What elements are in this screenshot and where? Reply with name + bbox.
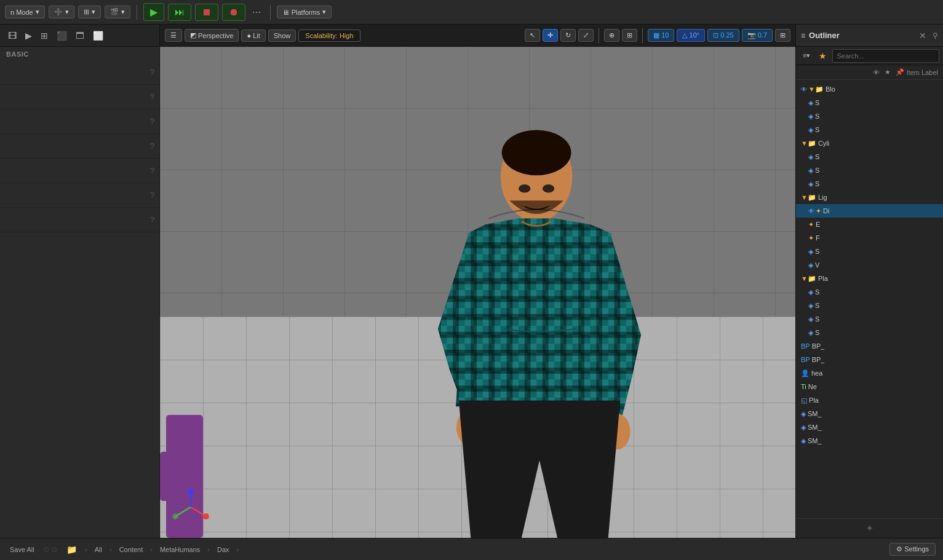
light-icon-di: ✦ <box>816 207 821 215</box>
breadcrumb-metahumans[interactable]: MetaHumans <box>157 545 202 554</box>
tree-item-s6[interactable]: ◈ S <box>796 177 943 191</box>
angle-toggle-btn[interactable]: △ 10° <box>677 29 705 42</box>
tree-item-s3[interactable]: ◈ S <box>796 123 943 136</box>
light-icon-f: ✦ <box>808 234 814 242</box>
grid-toggle-btn[interactable]: ▦ 10 <box>648 29 674 42</box>
panel-row-4[interactable]: ? <box>0 134 159 159</box>
character-container <box>386 120 693 538</box>
item-label-s1: S <box>815 99 819 106</box>
item-label-sp2: S <box>815 302 819 309</box>
tree-item-sp4[interactable]: ◈ S <box>796 326 943 339</box>
outliner-filter-btn[interactable]: ≡▾ <box>800 50 813 61</box>
viewport-toolbar: ☰ ◩ Perspective ● Lit Show Scalability: … <box>160 25 795 47</box>
lit-btn[interactable]: ● Lit <box>241 30 265 42</box>
breadcrumb-all[interactable]: All <box>92 545 105 554</box>
panel-row-7[interactable]: ? <box>0 208 159 232</box>
breadcrumb-content[interactable]: Content <box>117 545 146 554</box>
tree-item-e[interactable]: ✦ E <box>796 218 943 231</box>
tree-folder-pla[interactable]: ▼📁 Pla <box>796 272 943 285</box>
add-btn[interactable]: ➕▾ <box>49 6 74 18</box>
tree-item-sp1[interactable]: ◈ S <box>796 285 943 299</box>
record-button[interactable]: ⏺ <box>222 4 245 21</box>
tree-item-di[interactable]: 👁 ✦ Di <box>796 204 943 218</box>
outliner-star-filter-btn[interactable]: ★ <box>816 49 830 63</box>
tree-item-s4[interactable]: ◈ S <box>796 150 943 164</box>
panel-row-2[interactable]: ? <box>0 85 159 109</box>
tree-item-v[interactable]: ◈ V <box>796 258 943 272</box>
tree-item-bp1[interactable]: BP BP_ <box>796 339 943 353</box>
mesh-icon-s1: ◈ <box>808 99 813 107</box>
viewport-canvas[interactable]: X Y Z <box>160 47 795 538</box>
item-label-sm3: SM_ <box>808 437 822 444</box>
mode-dropdown[interactable]: n Mode ▾ <box>5 6 45 18</box>
item-label-s6: S <box>815 180 819 187</box>
layout-view-btn[interactable]: ⊞ <box>775 29 790 42</box>
tree-item-sm3[interactable]: ◈ SM_ <box>796 434 943 448</box>
left-panel: 🎞 ▶ ⊞ ⬛ 🗖 ⬜ BASIC ? ? ? ? ? ? ? <box>0 25 160 538</box>
item-label-s3: S <box>815 126 819 133</box>
tree-folder-lig[interactable]: ▼📁 Lig <box>796 191 943 204</box>
tree-item-sv[interactable]: ◈ S <box>796 245 943 258</box>
skip-button[interactable]: ⏭ <box>168 4 191 21</box>
sequence-btn[interactable]: 🎬▾ <box>105 6 130 18</box>
tree-folder-cyli[interactable]: ▼📁 Cyli <box>796 136 943 150</box>
breadcrumb-sep-3: › <box>207 546 210 553</box>
panel-row-5[interactable]: ? <box>0 159 159 183</box>
play-icon-btn[interactable]: ▶ <box>22 29 35 42</box>
tree-item-ne[interactable]: Ti Ne <box>796 380 943 393</box>
film-icon-btn[interactable]: 🎞 <box>5 29 20 42</box>
tree-item-bp2[interactable]: BP BP_ <box>796 353 943 366</box>
plane-icon: ◱ <box>801 396 807 404</box>
tree-item-sp3[interactable]: ◈ S <box>796 312 943 326</box>
tree-folder-blo[interactable]: 👁 ▼📁 Blo <box>796 82 943 96</box>
tree-item-hea[interactable]: 👤 hea <box>796 366 943 380</box>
viewport-menu-btn[interactable]: ☰ <box>165 29 182 42</box>
outliner-panel: ≡ Outliner ✕ ⚲ ≡▾ ★ 👁 ★ 📌 Item Label 👁 ▼… <box>795 25 943 538</box>
outliner-search-input[interactable] <box>832 49 939 63</box>
bp-icon-1: BP <box>801 342 810 350</box>
world-icon-btn[interactable]: ⊕ <box>604 29 619 42</box>
settings-btn[interactable]: ⚙ Settings <box>889 543 936 556</box>
tree-item-sp2[interactable]: ◈ S <box>796 299 943 312</box>
perspective-btn[interactable]: ◩ Perspective <box>185 29 239 42</box>
outliner-tree: 👁 ▼📁 Blo ◈ S ◈ S ◈ S ▼📁 Cyli <box>796 80 943 518</box>
tree-item-s5[interactable]: ◈ S <box>796 164 943 177</box>
tree-item-f[interactable]: ✦ F <box>796 231 943 245</box>
outliner-close-btn[interactable]: ✕ <box>919 31 926 41</box>
folder-icon-btn[interactable]: 📁 <box>63 543 80 556</box>
box-icon-btn[interactable]: ⬜ <box>90 29 106 42</box>
show-btn[interactable]: Show <box>268 30 296 42</box>
sm-icon-3: ◈ <box>801 437 806 445</box>
move-tool-btn[interactable]: ✛ <box>543 29 558 42</box>
scale-tool-btn[interactable]: ⤢ <box>578 29 594 42</box>
platforms-dropdown[interactable]: 🖥 Platforms ▾ <box>277 6 332 18</box>
snap-toggle-btn[interactable]: ⊡ 0.25 <box>707 29 739 42</box>
select-tool-btn[interactable]: ↖ <box>525 29 540 42</box>
note-icon: Ti <box>801 383 806 390</box>
tree-item-plane[interactable]: ◱ Pla <box>796 393 943 407</box>
item-label-ne: Ne <box>808 383 817 390</box>
window-icon-btn[interactable]: 🗖 <box>73 29 87 42</box>
breadcrumb-dax[interactable]: Dax <box>215 545 232 554</box>
save-all-btn[interactable]: Save All <box>7 545 37 554</box>
svg-point-13 <box>542 184 554 193</box>
tree-item-s1[interactable]: ◈ S <box>796 96 943 109</box>
grid-icon-btn[interactable]: ⊞ <box>38 29 51 42</box>
tree-item-s2[interactable]: ◈ S <box>796 109 943 123</box>
camera-speed-btn[interactable]: 📷 0.7 <box>742 29 773 42</box>
mesh-icon-sp4: ◈ <box>808 329 813 337</box>
rotate-tool-btn[interactable]: ↻ <box>560 29 576 42</box>
light-icon-e: ✦ <box>808 221 814 229</box>
panel-row-6[interactable]: ? <box>0 183 159 208</box>
play-button[interactable]: ▶ <box>143 3 164 21</box>
panel-row-1[interactable]: ? <box>0 60 159 85</box>
stop-button[interactable]: ⏹ <box>195 4 218 21</box>
more-options-btn[interactable]: ⋯ <box>249 6 264 19</box>
tree-item-sm1[interactable]: ◈ SM_ <box>796 407 943 420</box>
layout-btn[interactable]: ⊞▾ <box>78 6 101 18</box>
camera-icon-btn[interactable]: ⊞ <box>622 29 637 42</box>
svg-point-12 <box>519 184 530 193</box>
tree-item-sm2[interactable]: ◈ SM_ <box>796 420 943 434</box>
screen-icon-btn[interactable]: ⬛ <box>54 29 70 42</box>
panel-row-3[interactable]: ? <box>0 109 159 134</box>
